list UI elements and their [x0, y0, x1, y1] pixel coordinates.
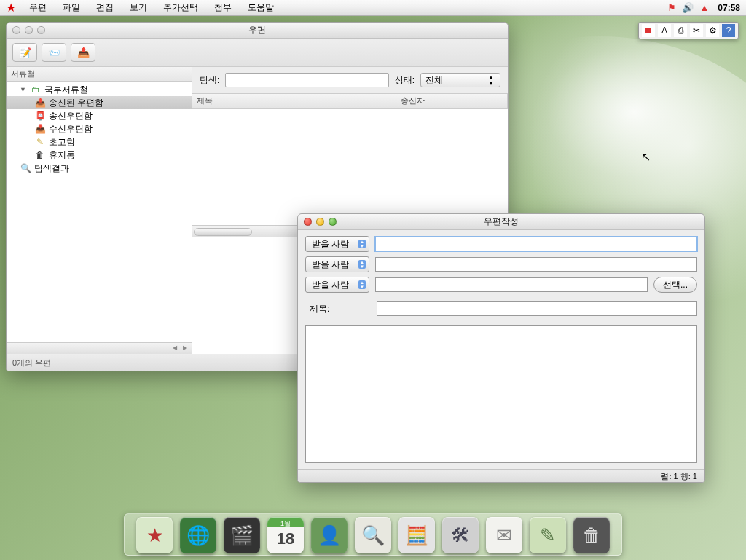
- message-list[interactable]: [192, 109, 508, 226]
- dock-notes[interactable]: ✎: [530, 517, 566, 553]
- palette-help-icon[interactable]: ?: [722, 24, 735, 37]
- dock-browser[interactable]: 🌐: [180, 517, 216, 553]
- col-subject[interactable]: 제목: [192, 94, 396, 108]
- scrollbar-thumb[interactable]: [194, 228, 252, 236]
- recipient-input-1[interactable]: [375, 237, 697, 251]
- search-input[interactable]: [225, 73, 388, 87]
- dock-mail[interactable]: ✉: [486, 517, 522, 553]
- palette-settings-icon[interactable]: ⚙: [706, 24, 719, 37]
- sidebar-scrollbar[interactable]: ◀ ▶: [7, 342, 192, 354]
- palette-tool-icon[interactable]: ✂: [690, 24, 703, 37]
- menu-view[interactable]: 보기: [122, 0, 154, 15]
- status-dropdown[interactable]: 전체 ▲▼: [420, 73, 500, 87]
- dock-contacts[interactable]: 👤: [311, 517, 348, 553]
- recipient-type-2[interactable]: 받을 사람 ▲▼: [305, 256, 369, 272]
- dock-viewer[interactable]: 🔍: [355, 517, 391, 553]
- select-contacts-button[interactable]: 선택...: [653, 277, 697, 293]
- compose-button[interactable]: 📝: [12, 43, 37, 62]
- receive-button[interactable]: 📨: [42, 43, 66, 62]
- menu-attach[interactable]: 첨부: [207, 0, 239, 15]
- tree-outbox[interactable]: 📮 송신우편함: [7, 109, 192, 122]
- dock-trash[interactable]: 🗑: [573, 517, 610, 553]
- tree-sent[interactable]: 📤 송신된 우편함: [7, 96, 192, 109]
- zoom-icon[interactable]: [329, 218, 337, 226]
- tree-label: 송신된 우편함: [49, 97, 103, 109]
- sidebar-header: 서류철: [7, 67, 192, 82]
- compose-window-title: 우편작성: [298, 216, 704, 228]
- dock-movie[interactable]: 🎬: [224, 517, 260, 553]
- sent-icon: 📤: [34, 98, 46, 108]
- send-button[interactable]: 📤: [71, 43, 95, 62]
- clock[interactable]: 07:58: [718, 3, 740, 13]
- flag-icon[interactable]: ⚑: [667, 2, 676, 13]
- folder-tree[interactable]: ▼ 🗀 국부서류철 📤 송신된 우편함 📮 송신우편함 📥 수신우편함: [7, 82, 192, 342]
- dock-settings[interactable]: 🛠: [442, 517, 479, 553]
- stepper-icon[interactable]: ▲▼: [358, 260, 366, 269]
- compose-editor[interactable]: [305, 325, 697, 463]
- minimize-icon[interactable]: [316, 218, 324, 226]
- tree-search-results[interactable]: 🔍 탐색결과: [7, 162, 192, 175]
- tree-root[interactable]: ▼ 🗀 국부서류철: [7, 83, 192, 96]
- tree-root-label: 국부서류철: [44, 84, 88, 96]
- dock-calculator[interactable]: 🧮: [398, 517, 435, 553]
- cursor-icon: ↖: [641, 150, 651, 164]
- chevron-down-icon[interactable]: ▼: [20, 86, 27, 93]
- col-sender[interactable]: 송신자: [396, 94, 508, 108]
- palette-text-icon[interactable]: A: [658, 24, 671, 37]
- outbox-icon: 📮: [34, 111, 46, 121]
- stepper-icon[interactable]: ▲▼: [358, 280, 366, 289]
- tree-label: 수신우편함: [49, 123, 93, 135]
- recipient-input-3[interactable]: [375, 277, 648, 292]
- volume-icon[interactable]: 🔊: [682, 2, 694, 13]
- tree-drafts[interactable]: ✎ 초고함: [7, 135, 192, 149]
- subject-row: 제목:: [305, 301, 697, 316]
- menu-help[interactable]: 도움말: [240, 0, 281, 15]
- palette-keyboard-icon[interactable]: ⎙: [674, 24, 687, 37]
- close-icon[interactable]: [12, 26, 20, 34]
- star-icon[interactable]: ★: [6, 1, 16, 15]
- folder-sidebar: 서류철 ▼ 🗀 국부서류철 📤 송신된 우편함 📮 송신우편함 📥 수신: [7, 67, 192, 354]
- search-label: 탐색:: [200, 74, 219, 87]
- tree-label: 휴지통: [49, 149, 75, 162]
- cursor-position: 렬: 1 행: 1: [661, 472, 697, 481]
- notification-icon[interactable]: ▲: [699, 2, 709, 13]
- search-icon: 🔍: [20, 163, 31, 173]
- scroll-right-icon[interactable]: ▶: [180, 344, 190, 352]
- recipient-type-1[interactable]: 받을 사람 ▲▼: [305, 236, 369, 252]
- recipient-type-label: 받을 사람: [312, 259, 349, 271]
- tree-label: 초고함: [49, 136, 75, 149]
- zoom-icon[interactable]: [37, 26, 45, 34]
- dock: ★🌐🎬1월18👤🔍🧮🛠✉✎🗑: [124, 513, 622, 556]
- drafts-icon: ✎: [34, 137, 46, 147]
- recipient-row-2: 받을 사람 ▲▼: [305, 256, 697, 272]
- menu-mail[interactable]: 우편: [22, 0, 54, 15]
- dock-launcher[interactable]: ★: [136, 517, 173, 553]
- menubar: ★ 우편 파일 편집 보기 추가선택 첨부 도움말 ⚑ 🔊 ▲ 07:58: [0, 0, 746, 16]
- recipient-input-2[interactable]: [375, 257, 697, 272]
- close-icon[interactable]: [304, 218, 312, 226]
- stepper-icon[interactable]: ▲▼: [487, 74, 495, 87]
- compose-window: 우편작성 받을 사람 ▲▼ 받을 사람 ▲▼ 받을 사람 ▲▼ 선택...: [297, 213, 705, 483]
- folder-icon: 🗀: [30, 84, 42, 95]
- tree-inbox[interactable]: 📥 수신우편함: [7, 122, 192, 135]
- menu-edit[interactable]: 편집: [89, 0, 121, 15]
- status-label: 상태:: [395, 74, 415, 87]
- palette-record-icon[interactable]: [642, 24, 655, 37]
- scroll-left-icon[interactable]: ◀: [170, 344, 180, 352]
- menu-file[interactable]: 파일: [55, 0, 87, 15]
- input-palette[interactable]: A ⎙ ✂ ⚙ ?: [638, 22, 739, 39]
- dock-calendar[interactable]: 1월18: [267, 517, 304, 553]
- subject-label: 제목:: [305, 303, 369, 315]
- mail-titlebar[interactable]: 우편: [7, 23, 508, 39]
- subject-input[interactable]: [377, 301, 697, 316]
- compose-titlebar[interactable]: 우편작성: [298, 214, 704, 230]
- tree-trash[interactable]: 🗑 휴지통: [7, 149, 192, 162]
- stepper-icon[interactable]: ▲▼: [358, 240, 366, 248]
- tree-label: 탐색결과: [34, 162, 69, 175]
- mail-toolbar: 📝 📨 📤: [7, 39, 508, 67]
- status-text: 0개의 우편: [12, 358, 51, 368]
- recipient-type-3[interactable]: 받을 사람 ▲▼: [305, 277, 369, 293]
- status-value: 전체: [425, 74, 443, 87]
- minimize-icon[interactable]: [25, 26, 33, 34]
- menu-extra[interactable]: 추가선택: [156, 0, 205, 15]
